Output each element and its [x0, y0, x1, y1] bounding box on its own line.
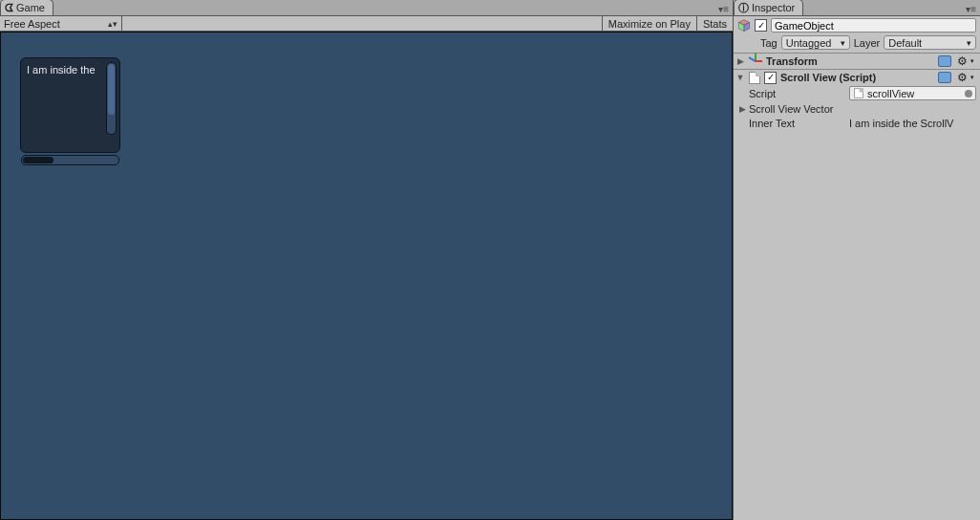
inspector-tab-label: Inspector [752, 2, 795, 13]
toolbar-spacer [122, 16, 602, 31]
horizontal-scrollbar-thumb[interactable] [23, 157, 53, 163]
scrollview-vector-label: Scroll View Vector [749, 103, 833, 115]
script-icon [749, 72, 760, 84]
maximize-on-play-button[interactable]: Maximize on Play [602, 16, 696, 31]
tag-value: Untagged [786, 37, 832, 49]
game-viewport: I am inside the [0, 32, 733, 520]
foldout-expanded-icon[interactable]: ▼ [735, 73, 745, 82]
transform-component-header[interactable]: ▶ Transform ⚙ [734, 53, 980, 69]
info-icon: ⓘ [738, 1, 749, 15]
chevron-down-icon: ▾ [841, 38, 845, 48]
scrollview-vector-row[interactable]: ▶ Scroll View Vector [734, 101, 980, 116]
script-file-icon [854, 88, 863, 98]
inner-text-row: Inner Text I am inside the ScrollV [734, 116, 980, 130]
object-picker-icon[interactable] [965, 90, 972, 98]
aspect-label: Free Aspect [4, 18, 60, 30]
horizontal-scrollbar[interactable] [21, 155, 119, 165]
inspector-body: ✓ Tag Untagged ▾ Layer Default ▾ ▶ [734, 16, 980, 520]
chevron-down-icon: ▾ [967, 38, 971, 48]
gear-icon[interactable]: ⚙ [955, 71, 969, 84]
inner-text-value[interactable]: I am inside the ScrollV [849, 118, 976, 129]
inspector-tab-row: ⓘ Inspector [734, 0, 980, 16]
game-tab-label: Game [16, 2, 45, 13]
layer-label: Layer [854, 37, 881, 49]
tag-label: Tag [760, 37, 778, 49]
help-icon[interactable] [938, 55, 951, 67]
layer-dropdown[interactable]: Default ▾ [884, 35, 976, 50]
vertical-scrollbar-thumb[interactable] [108, 64, 115, 115]
game-toolbar: Free Aspect ▴▾ Maximize on Play Stats [0, 16, 733, 32]
script-property-row: Script scrollView [734, 85, 980, 101]
inner-text-label: Inner Text [749, 118, 849, 129]
chevron-updown-icon: ▴▾ [108, 19, 117, 29]
script-value: scrollView [867, 88, 914, 99]
tag-dropdown[interactable]: Untagged ▾ [781, 35, 850, 50]
stats-label: Stats [703, 18, 727, 30]
gameobject-enable-checkbox[interactable]: ✓ [755, 19, 767, 32]
foldout-collapsed-icon[interactable]: ▶ [739, 104, 749, 114]
transform-title: Transform [766, 55, 934, 67]
scrollview-component-header[interactable]: ▼ ✓ Scroll View (Script) ⚙ [734, 69, 980, 85]
tag-layer-row: Tag Untagged ▾ Layer Default ▾ [734, 34, 980, 53]
transform-icon [749, 54, 762, 68]
vertical-scrollbar[interactable] [106, 62, 117, 135]
stats-button[interactable]: Stats [696, 16, 733, 31]
aspect-dropdown[interactable]: Free Aspect ▴▾ [0, 16, 122, 31]
gameobject-name-input[interactable] [771, 18, 976, 32]
inspector-panel: ⓘ Inspector ▾≡ ✓ Tag Unt [734, 0, 980, 520]
scrollview-text: I am inside the [21, 58, 119, 81]
layer-value: Default [888, 37, 922, 49]
game-panel: ᗧ Game ▾≡ Free Aspect ▴▾ Maximize on Pla… [0, 0, 734, 520]
foldout-collapsed-icon[interactable]: ▶ [735, 56, 745, 66]
runtime-scrollview[interactable]: I am inside the [20, 57, 120, 153]
game-tab-row: ᗧ Game [0, 0, 733, 16]
cube-icon [737, 19, 751, 32]
maximize-label: Maximize on Play [608, 18, 691, 30]
inspector-tab[interactable]: ⓘ Inspector [734, 0, 803, 15]
gameobject-header: ✓ [734, 16, 980, 34]
scrollview-enable-checkbox[interactable]: ✓ [764, 72, 777, 84]
scrollview-title: Scroll View (Script) [780, 72, 934, 83]
pacman-icon: ᗧ [5, 2, 13, 14]
gear-icon[interactable]: ⚙ [955, 54, 969, 68]
panel-menu-icon[interactable]: ▾≡ [718, 4, 729, 14]
game-tab[interactable]: ᗧ Game [0, 0, 53, 15]
panel-menu-icon[interactable]: ▾≡ [966, 4, 976, 14]
help-icon[interactable] [938, 72, 951, 83]
script-object-field[interactable]: scrollView [849, 86, 976, 100]
script-label: Script [749, 88, 849, 99]
